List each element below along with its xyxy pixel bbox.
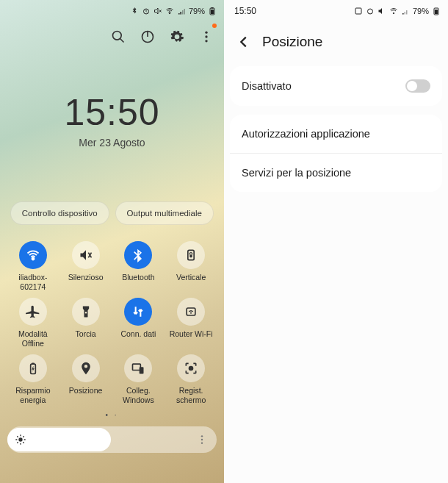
qs-tile-bluetooth[interactable]: Bluetooth [113, 241, 165, 292]
battery-icon [432, 7, 441, 15]
svg-point-1 [169, 12, 170, 14]
svg-rect-28 [435, 10, 438, 14]
brightness-icon [15, 434, 26, 446]
qs-tile-data[interactable]: Conn. dati [113, 298, 165, 348]
back-icon[interactable] [236, 34, 252, 50]
airplane-icon[interactable] [19, 298, 47, 326]
media-output-button[interactable]: Output multimediale [115, 201, 214, 225]
tile-label: Bluetooth [122, 273, 154, 292]
qs-tile-location[interactable]: Posizione [60, 354, 112, 405]
status-bar: 79% [0, 0, 224, 19]
tile-label: Router Wi-Fi [170, 329, 213, 348]
pager-dots: • · [0, 411, 224, 419]
toggle-switch[interactable] [405, 79, 430, 93]
svg-rect-4 [211, 10, 214, 14]
svg-rect-24 [355, 8, 361, 14]
qs-tile-mute[interactable]: Silenzioso [60, 241, 112, 292]
page-title: Posizione [262, 34, 322, 50]
svg-rect-12 [189, 254, 192, 257]
svg-rect-3 [212, 7, 214, 9]
qs-tile-airplane[interactable]: Modalità Offline [7, 298, 59, 348]
battery-save-icon[interactable] [19, 354, 47, 382]
tile-label: Verticale [176, 273, 206, 292]
hotspot-icon[interactable] [177, 298, 205, 326]
link-windows-icon[interactable] [124, 354, 152, 382]
flashlight-icon[interactable] [72, 298, 100, 326]
row-label: Autorizzazioni applicazione [242, 128, 370, 140]
mute-icon[interactable] [72, 241, 100, 269]
screenshot-status-icon [354, 7, 363, 15]
svg-point-26 [393, 12, 394, 14]
rotate-lock-icon[interactable] [177, 241, 205, 269]
search-icon[interactable] [111, 29, 126, 44]
row-label: Servizi per la posizione [242, 167, 351, 179]
svg-point-7 [205, 32, 207, 34]
qs-tile-screen-record[interactable]: Regist. schermo [165, 354, 217, 405]
data-icon[interactable] [124, 298, 152, 326]
mute-status-icon [153, 7, 162, 15]
svg-point-9 [205, 40, 207, 42]
shade-actions [0, 19, 224, 50]
svg-point-8 [205, 35, 207, 37]
svg-rect-13 [187, 308, 195, 315]
toggle-section: Disattivato [230, 66, 442, 106]
qs-tile-hotspot[interactable]: Router Wi-Fi [165, 298, 217, 348]
tile-label: Silenzioso [68, 273, 104, 292]
battery-icon [208, 7, 217, 15]
qs-tile-flashlight[interactable]: Torcia [60, 298, 112, 348]
tile-label: Colleg. Windows [113, 386, 165, 405]
toggle-label: Disattivato [242, 80, 292, 92]
location-toggle-row[interactable]: Disattivato [230, 66, 442, 106]
battery-percent: 79% [189, 7, 205, 15]
status-bar-right: 15:50 79% [224, 0, 448, 19]
alarm-status-icon [366, 7, 375, 15]
svg-point-19 [189, 367, 193, 371]
screen-record-icon[interactable] [177, 354, 205, 382]
signal-status-icon [401, 7, 410, 15]
notification-shade-pane: 79% 15:50 Mer 23 Agosto Controllo dispos… [0, 0, 224, 483]
tile-label: Conn. dati [120, 329, 156, 348]
clock-date: Mer 23 Agosto [0, 137, 224, 149]
brightness-slider[interactable] [7, 426, 217, 453]
tile-label: iliadbox-602174 [7, 273, 59, 292]
app-permissions-row[interactable]: Autorizzazioni applicazione [230, 115, 442, 153]
alarm-status-icon [142, 7, 151, 15]
svg-point-20 [18, 437, 22, 441]
qs-tile-rotate-lock[interactable]: Verticale [165, 241, 217, 292]
qs-tile-battery-save[interactable]: Risparmio energia [7, 354, 59, 405]
signal-status-icon [177, 7, 186, 15]
svg-point-10 [32, 258, 34, 260]
bluetooth-status-icon [130, 7, 139, 15]
settings-header: Posizione [224, 19, 448, 62]
svg-point-5 [113, 32, 122, 40]
location-services-row[interactable]: Servizi per la posizione [230, 153, 442, 192]
tile-label: Modalità Offline [7, 329, 59, 348]
options-section: Autorizzazioni applicazione Servizi per … [230, 115, 442, 192]
svg-point-23 [201, 442, 203, 443]
location-settings-pane: 15:50 79% Posizione Disattivato Autorizz… [224, 0, 448, 483]
brightness-more-icon[interactable] [190, 428, 214, 451]
wifi-status-icon [389, 7, 398, 15]
svg-point-21 [201, 435, 203, 437]
qs-tile-link-windows[interactable]: Colleg. Windows [113, 354, 165, 405]
location-icon[interactable] [72, 354, 100, 382]
gear-icon[interactable] [170, 29, 184, 44]
power-icon[interactable] [140, 29, 155, 44]
clock-block: 15:50 Mer 23 Agosto [0, 91, 224, 149]
wifi-status-icon [165, 7, 174, 15]
svg-rect-18 [140, 367, 144, 373]
bluetooth-icon[interactable] [124, 241, 152, 269]
clock-time: 15:50 [0, 91, 224, 134]
wifi-icon[interactable] [19, 241, 47, 269]
tile-label: Risparmio energia [7, 386, 59, 405]
tile-label: Regist. schermo [165, 386, 217, 405]
notification-dot [212, 24, 217, 28]
svg-point-14 [190, 312, 192, 314]
svg-point-25 [367, 9, 372, 14]
svg-rect-16 [32, 363, 34, 365]
device-control-button[interactable]: Controllo dispositivo [10, 201, 109, 225]
qs-tile-wifi[interactable]: iliadbox-602174 [7, 241, 59, 292]
tile-label: Torcia [76, 329, 96, 348]
more-icon[interactable] [199, 29, 214, 44]
battery-percent: 79% [413, 7, 429, 15]
